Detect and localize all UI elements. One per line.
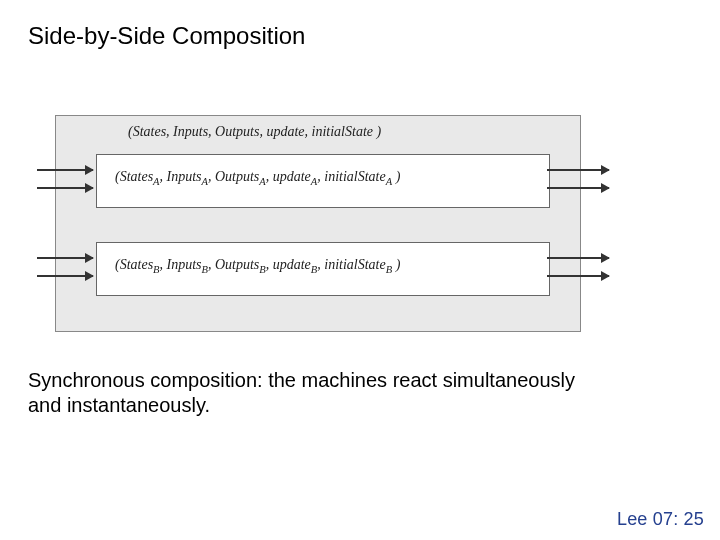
text: , initialState <box>317 169 385 184</box>
outer-tuple-label: (States, Inputs, Outputs, update, initia… <box>128 124 381 140</box>
text: , update <box>266 169 311 184</box>
machine-b-box: (StatesB, InputsB, OutputsB, updateB, in… <box>96 242 550 296</box>
page-title: Side-by-Side Composition <box>28 22 305 50</box>
text: ) <box>392 169 400 184</box>
arrow-a-output-1 <box>547 169 609 171</box>
arrow-b-input-2 <box>37 275 93 277</box>
arrow-b-output-1 <box>547 257 609 259</box>
arrow-a-input-1 <box>37 169 93 171</box>
text: ) <box>392 257 400 272</box>
text: , initialState <box>317 257 385 272</box>
arrow-a-input-2 <box>37 187 93 189</box>
machine-b-tuple: (StatesB, InputsB, OutputsB, updateB, in… <box>115 257 400 275</box>
caption-text: Synchronous composition: the machines re… <box>28 368 588 418</box>
machine-a-tuple: (StatesA, InputsA, OutputsA, updateA, in… <box>115 169 400 187</box>
text: , Inputs <box>160 169 202 184</box>
text: (States <box>115 257 153 272</box>
text: , Outputs <box>208 169 259 184</box>
arrow-b-input-1 <box>37 257 93 259</box>
text: , Inputs <box>160 257 202 272</box>
text: , update <box>266 257 311 272</box>
text: (States <box>115 169 153 184</box>
outer-machine-box: (States, Inputs, Outputs, update, initia… <box>55 115 581 332</box>
composition-diagram: (States, Inputs, Outputs, update, initia… <box>55 115 579 330</box>
arrow-a-output-2 <box>547 187 609 189</box>
slide-footer: Lee 07: 25 <box>617 509 704 530</box>
slide: Side-by-Side Composition (States, Inputs… <box>0 0 720 540</box>
text: , Outputs <box>208 257 259 272</box>
arrow-b-output-2 <box>547 275 609 277</box>
machine-a-box: (StatesA, InputsA, OutputsA, updateA, in… <box>96 154 550 208</box>
